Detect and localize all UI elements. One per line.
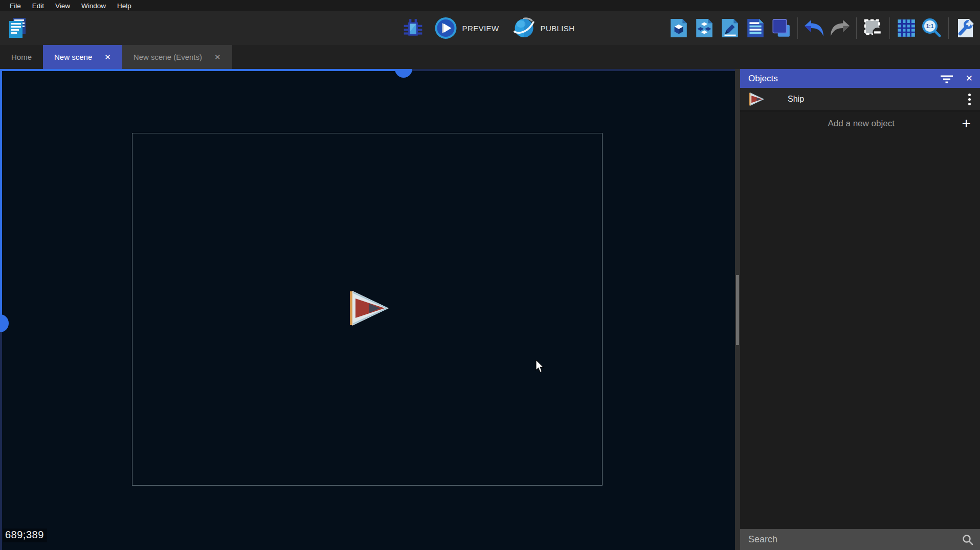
tab-close-icon[interactable]: ✕ [104,53,111,62]
ship-object-thumbnail [749,91,765,107]
zoom-1-1-icon: 1:1 [921,17,943,39]
open-properties-panel-button[interactable] [718,14,742,42]
layers-icon [771,18,791,38]
horizontal-scrollbar-track[interactable] [412,69,735,71]
preview-play-icon [434,16,458,40]
objects-editor-icon [669,18,689,38]
instances-list-icon [745,18,766,38]
tab-home-label: Home [11,53,32,61]
toolbar-separator [797,17,798,39]
open-objects-editor-button[interactable] [667,14,691,42]
menu-edit[interactable]: Edit [27,0,50,11]
ship-instance[interactable] [350,288,391,329]
publish-globe-icon [512,16,536,40]
open-instances-list-button[interactable] [744,14,767,42]
objects-panel: Objects ✕ Ship [740,69,980,550]
open-object-groups-editor-button[interactable] [693,14,716,42]
tab-close-icon[interactable]: ✕ [214,53,221,62]
undo-button[interactable] [803,14,826,42]
objects-panel-header: Objects ✕ [740,69,980,88]
menu-view[interactable]: View [50,0,76,11]
objects-panel-title: Objects [748,74,940,84]
objects-panel-empty-area [740,136,980,529]
scene-properties-button[interactable] [953,14,977,42]
object-context-menu-icon[interactable] [966,91,973,107]
splitter-handle[interactable] [736,275,739,345]
svg-text:1:1: 1:1 [926,24,934,29]
undo-icon [803,18,826,38]
cursor-coordinates-label: 689;389 [3,529,47,542]
publish-button[interactable]: PUBLISH [508,14,578,42]
mouse-cursor [535,360,544,373]
object-list-item-ship[interactable]: Ship [740,88,980,111]
open-layers-editor-button[interactable] [769,14,793,42]
main-toolbar: PREVIEW PUBLISH [0,11,980,45]
clear-selection-button[interactable] [861,14,885,42]
project-manager-icon [6,17,29,39]
add-new-object-button[interactable]: Add a new object + [740,111,980,136]
tab-new-scene-events[interactable]: New scene (Events) ✕ [122,45,232,69]
scene-editor-canvas[interactable]: 689;389 [0,69,735,550]
toolbar-separator [948,17,949,39]
vertical-scrollbar-thumb[interactable] [0,314,9,332]
tab-home[interactable]: Home [0,45,43,69]
vertical-scrollbar-track[interactable] [0,69,2,332]
redo-icon [829,18,851,38]
menu-file[interactable]: File [4,0,27,11]
objects-search-bar [740,529,980,550]
publish-label: PUBLISH [540,24,574,33]
redo-button[interactable] [828,14,852,42]
add-new-object-label: Add a new object [763,119,960,129]
panel-splitter[interactable] [735,69,740,550]
scene-properties-wrench-icon [955,18,975,38]
tab-new-scene-events-label: New scene (Events) [133,53,202,61]
properties-pencil-icon [720,18,740,38]
menu-bar: File Edit View Window Help [0,0,980,11]
preview-button[interactable]: PREVIEW [430,14,503,42]
search-icon [962,534,974,546]
tab-new-scene[interactable]: New scene ✕ [43,45,122,69]
editor-tabs: Home New scene ✕ New scene (Events) ✕ [0,45,980,69]
object-name-label: Ship [788,95,966,104]
toolbar-separator [856,17,857,39]
horizontal-scrollbar-thumb[interactable] [395,69,412,78]
close-panel-icon[interactable]: ✕ [966,73,973,84]
objects-search-input[interactable] [748,534,962,545]
preview-label: PREVIEW [462,24,499,33]
tab-new-scene-label: New scene [54,53,92,61]
horizontal-scrollbar-track[interactable] [0,69,412,71]
debug-button[interactable] [402,14,425,42]
project-manager-button[interactable] [4,16,31,40]
vertical-scrollbar-track[interactable] [0,332,2,550]
toolbar-separator [889,17,890,39]
filter-icon[interactable] [940,74,953,83]
zoom-reset-button[interactable]: 1:1 [920,14,944,42]
deselect-icon [863,18,883,38]
object-groups-icon [694,18,715,38]
menu-window[interactable]: Window [76,0,112,11]
debug-bug-icon [403,17,424,39]
grid-icon [896,18,917,38]
toggle-grid-button[interactable] [895,14,918,42]
plus-icon[interactable]: + [960,116,973,131]
menu-help[interactable]: Help [112,0,137,11]
